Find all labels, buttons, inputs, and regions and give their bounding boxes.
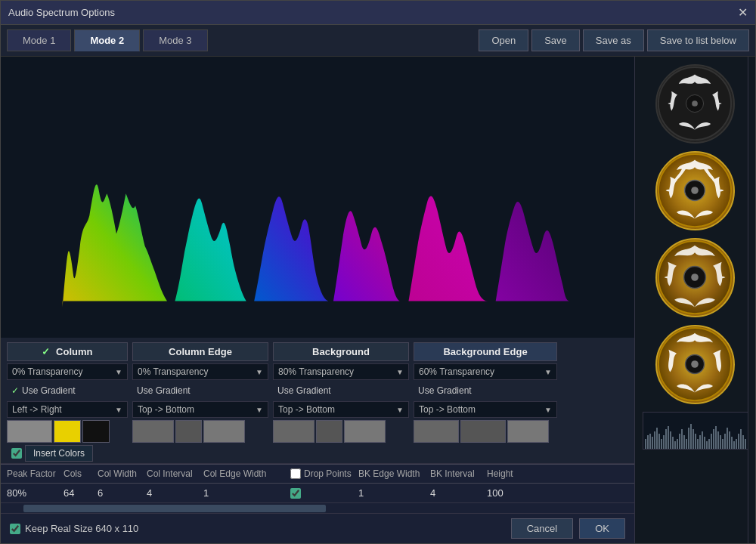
td-bk-interval: 4 [430, 487, 487, 499]
spectrum-svg [1, 57, 634, 338]
swatch-gray[interactable] [7, 420, 52, 443]
svg-rect-21 [661, 439, 662, 449]
background-edge-header: Background Edge [414, 342, 557, 361]
spectrum-area [1, 57, 634, 338]
svg-rect-58 [745, 439, 746, 449]
background-edge-gradient[interactable]: Use Gradient [414, 382, 557, 399]
keep-real-size-label: Keep Real Size 640 x 110 [25, 523, 138, 534]
svg-rect-18 [654, 431, 655, 449]
svg-rect-46 [717, 431, 719, 449]
vinyl-record-3[interactable] [655, 238, 735, 317]
svg-rect-30 [681, 429, 683, 449]
swatch-bge-1[interactable] [414, 420, 459, 443]
background-gradient[interactable]: Use Gradient [273, 382, 409, 399]
open-button[interactable]: Open [479, 29, 528, 51]
svg-rect-36 [695, 434, 696, 449]
svg-rect-26 [672, 437, 674, 449]
background-edge-swatches [414, 420, 557, 443]
keep-real-size-checkbox[interactable] [10, 524, 20, 534]
drop-points-checkbox[interactable] [290, 488, 301, 499]
insert-colors-button[interactable]: Insert Colors [25, 445, 93, 462]
svg-rect-40 [704, 437, 705, 449]
mini-spectrum-svg [643, 413, 748, 450]
th-col-edge-width: Col Edge Width [203, 468, 290, 479]
save-to-list-button[interactable]: Save to list below [647, 29, 749, 51]
tab-mode2[interactable]: Mode 2 [74, 29, 140, 51]
swatch-black[interactable] [82, 420, 110, 443]
svg-rect-47 [720, 435, 721, 449]
close-button[interactable]: ✕ [738, 5, 748, 20]
column-edge-transparency[interactable]: 0% Transparency ▼ [132, 363, 268, 380]
column-edge-direction[interactable]: Top -> Bottom ▼ [132, 401, 268, 418]
svg-point-6 [691, 187, 699, 194]
save-as-button[interactable]: Save as [583, 29, 644, 51]
th-peak-factor: Peak Factor [7, 468, 64, 479]
vinyl-svg-1 [657, 64, 733, 144]
table-data-row: 80% 64 6 4 1 1 4 100 [1, 484, 634, 502]
svg-rect-38 [699, 435, 701, 449]
swatch-bge-2[interactable] [460, 420, 506, 443]
insert-colors-checkbox[interactable] [11, 448, 22, 459]
background-direction[interactable]: Top -> Bottom ▼ [273, 401, 409, 418]
ok-button[interactable]: OK [579, 518, 625, 539]
swatch-ce-3[interactable] [203, 420, 245, 443]
svg-rect-55 [738, 434, 739, 449]
tab-mode1[interactable]: Mode 1 [7, 29, 71, 51]
insert-colors-row: Insert Colors [7, 445, 128, 462]
table-header-row: Peak Factor Cols Col Width Col Interval … [1, 464, 634, 484]
th-cols: Cols [64, 468, 98, 479]
svg-rect-17 [652, 437, 653, 449]
svg-rect-57 [742, 435, 744, 449]
save-button[interactable]: Save [531, 29, 580, 51]
controls-section: ✓ Column 0% Transparency ▼ ✓ Use Gradien… [1, 338, 634, 463]
swatch-yellow[interactable] [54, 420, 81, 443]
vinyl-record-1[interactable] [655, 64, 735, 144]
background-transparency[interactable]: 80% Transparency ▼ [273, 363, 409, 380]
horizontal-scrollbar[interactable] [1, 502, 634, 513]
swatch-ce-2[interactable] [175, 420, 202, 443]
svg-rect-49 [724, 434, 726, 449]
swatch-bge-3[interactable] [507, 420, 549, 443]
svg-rect-56 [740, 429, 742, 449]
column-direction[interactable]: Left -> Right ▼ [7, 401, 128, 418]
svg-rect-44 [713, 429, 714, 449]
cancel-button[interactable]: Cancel [511, 518, 573, 539]
footer-bar: Keep Real Size 640 x 110 Cancel OK [1, 513, 634, 543]
column-use-gradient[interactable]: ✓ Use Gradient [7, 382, 128, 399]
tab-mode3[interactable]: Mode 3 [143, 29, 207, 51]
drop-points-header-checkbox[interactable] [290, 468, 301, 479]
swatch-bg-3[interactable] [344, 420, 386, 443]
td-drop-points [290, 487, 358, 499]
background-edge-transparency[interactable]: 60% Transparency ▼ [414, 363, 557, 380]
vinyl-svg-3 [657, 238, 733, 317]
svg-rect-39 [702, 431, 703, 449]
td-col-interval: 4 [147, 487, 203, 499]
th-bk-interval: BK Interval [430, 468, 487, 479]
swatch-ce-1[interactable] [132, 420, 174, 443]
vinyl-record-4[interactable] [655, 325, 735, 404]
svg-rect-22 [663, 435, 665, 449]
svg-rect-33 [688, 428, 689, 449]
column-section: ✓ Column 0% Transparency ▼ ✓ Use Gradien… [7, 342, 128, 462]
swatch-bg-2[interactable] [316, 420, 342, 443]
svg-rect-54 [736, 439, 737, 449]
scroll-thumb[interactable] [23, 505, 326, 512]
svg-point-9 [691, 274, 699, 281]
svg-rect-45 [715, 426, 717, 449]
mini-spectrum-bar [643, 412, 748, 450]
column-edge-gradient[interactable]: Use Gradient [132, 382, 268, 399]
svg-point-12 [691, 360, 699, 368]
vinyl-record-2[interactable] [655, 151, 735, 230]
background-edge-direction[interactable]: Top -> Bottom ▼ [414, 401, 557, 418]
svg-rect-37 [697, 439, 699, 449]
svg-rect-16 [649, 434, 651, 449]
swatch-bg-1[interactable] [273, 420, 314, 443]
th-col-width: Col Width [98, 468, 147, 479]
svg-rect-51 [729, 431, 730, 449]
svg-rect-19 [656, 428, 658, 449]
column-transparency[interactable]: 0% Transparency ▼ [7, 363, 128, 380]
window-title: Audio Spectrum Options [8, 7, 115, 18]
td-bk-edge-width: 1 [358, 487, 430, 499]
side-scrollbar[interactable] [748, 57, 755, 543]
column-swatches [7, 420, 128, 443]
